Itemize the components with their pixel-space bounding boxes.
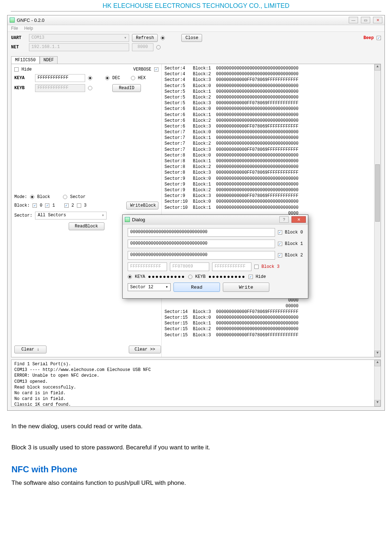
readid-button[interactable]: ReadID	[112, 84, 141, 92]
console-scroll-up-icon[interactable]: ▲	[374, 360, 381, 366]
keya-input[interactable]: FFFFFFFFFFFF	[35, 74, 85, 82]
mode-label: Mode:	[14, 194, 27, 199]
block-label: Block:	[14, 203, 30, 208]
window-title: GNFC - 0.2.0	[17, 18, 44, 23]
net-ip-input[interactable]: 192.168.1.1	[29, 43, 129, 51]
scroll-thumb[interactable]	[375, 164, 380, 222]
sector-combo[interactable]: All Sectors	[35, 212, 107, 219]
readblock-button[interactable]: ReadBlock	[69, 222, 104, 230]
block1-field[interactable]: 000000000000000000000000000000	[128, 240, 275, 248]
writeblock-button[interactable]: WriteBlock	[126, 202, 158, 209]
tab-ndef[interactable]: NDEF	[40, 56, 58, 64]
doc-p2: Block 3 is usually used to store passwor…	[11, 443, 381, 453]
dialog-hide-chk[interactable]	[249, 275, 253, 279]
mode-block-radio[interactable]	[30, 195, 34, 199]
block0-checkbox[interactable]	[33, 203, 37, 208]
keyb-input[interactable]: FFFFFFFFFFFF	[35, 84, 85, 92]
keyb-radio[interactable]	[88, 86, 92, 90]
console-area: Find 1 Serial Port(s). COM13 ---- http:/…	[11, 360, 381, 407]
block3-chk[interactable]	[254, 265, 259, 269]
dec-label: DEC	[112, 76, 120, 81]
beep-label: Beep	[363, 35, 374, 40]
block3-checkbox[interactable]	[77, 203, 81, 208]
block0-chk[interactable]	[278, 230, 282, 235]
page-header: HK ELECHOUSE ELECTRONICS TECHNOLOGY CO.,…	[11, 0, 381, 11]
app-icon	[10, 18, 15, 23]
dialog-title: Dialog	[132, 217, 145, 222]
dialog-read-button[interactable]: Read	[173, 283, 220, 292]
dialog-help-button[interactable]: ?	[279, 216, 289, 223]
block0-field[interactable]: 000000000000000000000000000000	[128, 228, 275, 237]
dialog-write-button[interactable]: Write	[223, 283, 269, 292]
app-window: GNFC - 0.2.0 — ▭ ✕ File Help UART COM13 …	[7, 15, 385, 411]
close-button[interactable]: Close	[181, 34, 202, 42]
doc-p3: The software also contains function to p…	[11, 478, 381, 488]
mode-sector-radio[interactable]	[63, 195, 67, 199]
dialog-window: Dialog ? ✕ 00000000000000000000000000000…	[122, 214, 308, 299]
doc-heading: NFC with Phone	[11, 464, 381, 474]
clear-down-button[interactable]: Clear ↓	[14, 346, 46, 353]
sector-label: Sector:	[14, 213, 32, 218]
dialog-close-button[interactable]: ✕	[291, 216, 306, 223]
menubar: File Help	[8, 25, 384, 32]
uart-combo[interactable]: COM13	[29, 34, 129, 42]
console-scrollbar[interactable]: ▲ ▼	[374, 360, 381, 406]
dec-radio[interactable]	[105, 76, 109, 80]
hex-radio[interactable]	[131, 76, 135, 80]
menu-help[interactable]: Help	[24, 26, 33, 31]
keya-radio[interactable]	[88, 76, 92, 80]
hex-label: HEX	[138, 76, 146, 81]
scroll-down-icon[interactable]: ▼	[374, 351, 381, 357]
block3-a[interactable]: FFFFFFFFFFFF	[128, 262, 167, 271]
console-scroll-down-icon[interactable]: ▼	[374, 400, 381, 406]
maximize-button[interactable]: ▭	[361, 17, 370, 23]
mode-block-label: Block	[37, 194, 50, 199]
clear-right-button[interactable]: Clear >>	[129, 346, 161, 353]
dump-pane: Sector:4 Block:1 00000000000000000000000…	[162, 64, 381, 357]
block3-b[interactable]: FF078069	[170, 262, 209, 271]
net-port-input[interactable]: 8000	[132, 43, 153, 51]
keya-label: KEYA	[14, 76, 32, 81]
block2-field[interactable]: 000000000000000000000000000000	[128, 251, 275, 260]
dialog-sector-combo[interactable]: Sector 12	[128, 283, 171, 291]
keyb-password: ●●●●●●●●●●	[209, 274, 246, 280]
dialog-keyb-radio[interactable]	[188, 275, 192, 279]
doc-p1: In the new dialog, users could read or w…	[11, 421, 381, 432]
keyb-label: KEYB	[14, 86, 32, 91]
hide-checkbox[interactable]	[14, 67, 19, 72]
minimize-button[interactable]: —	[349, 17, 358, 23]
block3-c[interactable]: FFFFFFFFFFFF	[212, 262, 251, 271]
hide-label: Hide	[21, 67, 32, 72]
tab-mf1ics50[interactable]: MF1ICS50	[11, 56, 40, 64]
keya-password: ●●●●●●●●●●	[148, 274, 185, 280]
uart-label: UART	[11, 35, 26, 40]
block2-chk[interactable]	[278, 253, 282, 257]
dialog-icon	[125, 217, 130, 222]
refresh-button[interactable]: Refresh	[132, 34, 158, 42]
menu-file[interactable]: File	[11, 26, 18, 31]
block1-checkbox[interactable]	[45, 203, 49, 208]
verbose-checkbox[interactable]	[154, 67, 158, 72]
scroll-up-icon[interactable]: ▲	[374, 64, 381, 71]
net-label: NET	[11, 45, 26, 50]
left-pane: Hide VERBOSE KEYA FFFFFFFFFFFF DEC HEX K…	[11, 64, 162, 357]
block1-chk[interactable]	[278, 242, 282, 246]
verbose-label: VERBOSE	[133, 67, 151, 72]
close-window-button[interactable]: ✕	[373, 17, 382, 23]
mode-sector-label: Sector	[70, 194, 85, 199]
scrollbar[interactable]: ▲ ▼	[374, 64, 381, 357]
uart-radio[interactable]	[161, 36, 165, 40]
dialog-keya-radio[interactable]	[128, 275, 132, 279]
dump-text: Sector:4 Block:1 00000000000000000000000…	[162, 64, 381, 357]
console-text: Find 1 Serial Port(s). COM13 ---- http:/…	[11, 360, 381, 406]
titlebar: GNFC - 0.2.0 — ▭ ✕	[8, 15, 384, 25]
net-radio[interactable]	[156, 45, 161, 49]
beep-checkbox[interactable]	[377, 36, 381, 40]
block2-checkbox[interactable]	[64, 203, 69, 208]
